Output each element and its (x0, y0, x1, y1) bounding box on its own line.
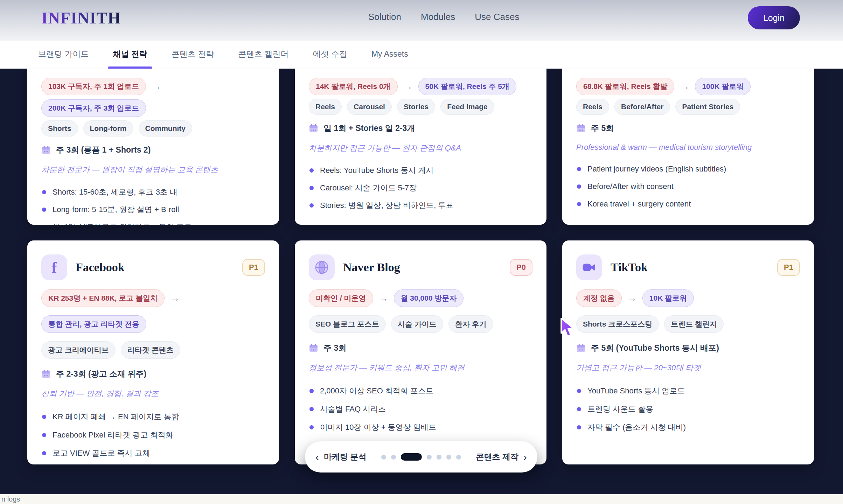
arrow-right-icon: → (403, 81, 413, 92)
tone-description: 차분하지만 접근 가능한 — 환자 관점의 Q&A (309, 143, 532, 153)
target-state-badge: 통합 관리, 광고 리타겟 전용 (41, 315, 146, 333)
format-chip: Carousel (347, 99, 392, 115)
current-state-badge: KR 253명 + EN 88K, 로고 불일치 (41, 289, 165, 307)
tab-my-assets[interactable]: My Assets (369, 39, 410, 69)
target-state-badge: 10K 팔로워 (642, 289, 694, 307)
strategy-bullet: Stories: 병원 일상, 상담 비하인드, 투표 (309, 200, 532, 211)
strategy-bullet: Long-form: 5-15분, 원장 설명 + B-roll (41, 204, 265, 215)
strategy-bullet: 로고 VIEW 골드로 즉시 교체 (41, 448, 265, 458)
prev-step-button[interactable]: ‹ 마케팅 분석 (315, 451, 366, 462)
strategy-bullet: 시술별 FAQ 시리즈 (309, 404, 532, 414)
arrow-right-icon: → (170, 293, 180, 304)
strategy-bullet: Shorts: 15-60초, 세로형, 후크 3초 내 (41, 187, 265, 197)
format-chip: Long-form (83, 120, 133, 136)
posting-schedule: 주 2-3회 (광고 소재 위주) (41, 369, 265, 379)
tab-asset-collection[interactable]: 에셋 수집 (311, 39, 349, 69)
target-state-badge: 200K 구독자, 주 3회 업로드 (41, 99, 146, 117)
cards-grid: 103K 구독자, 주 1회 업로드 → 200K 구독자, 주 3회 업로드 … (27, 69, 814, 464)
tab-channel-strategy[interactable]: 채널 전략 (111, 39, 149, 69)
strategy-bullet: 썸네일: VIEW 골드 워터마크 + 통일 폰트 (41, 222, 265, 225)
strategy-bullets: 2,000자 이상 SEO 최적화 포스트시술별 FAQ 시리즈이미지 10장 … (309, 386, 532, 433)
strategy-bullet: Patient journey videos (English subtitle… (576, 164, 800, 174)
strategy-bullet: Reels: YouTube Shorts 동시 게시 (309, 165, 532, 176)
schedule-text: 주 5회 (591, 123, 614, 134)
footer-text: n logs (1, 495, 20, 503)
card-title: Naver Blog (343, 261, 400, 274)
target-state-badge: 월 30,000 방문자 (394, 289, 464, 307)
channel-strategy-board: 103K 구독자, 주 1회 업로드 → 200K 구독자, 주 3회 업로드 … (0, 69, 843, 494)
step-pagination: ‹ 마케팅 분석 콘텐츠 제작 › (305, 441, 537, 472)
state-badges: 68.8K 팔로워, Reels 활발 → 100K 팔로워 (576, 78, 800, 95)
calendar-icon (41, 369, 51, 379)
format-chips: SEO 블로그 포스트시술 가이드환자 후기 (309, 315, 532, 333)
strategy-bullets: KR 페이지 폐쇄 → EN 페이지로 통합Facebook Pixel 리타겟… (41, 412, 265, 458)
format-chip: SEO 블로그 포스트 (309, 315, 386, 333)
posting-schedule: 주 3회 (309, 343, 532, 354)
chevron-left-icon: ‹ (315, 452, 319, 462)
format-chip: Before/After (614, 99, 670, 115)
nav-item-solution[interactable]: Solution (368, 12, 401, 22)
card-header: TikTok P1 (576, 254, 800, 280)
format-chips: 광고 크리에이티브리타겟 콘텐츠 (41, 341, 265, 359)
strategy-bullet: YouTube Shorts 동시 업로드 (576, 386, 800, 396)
schedule-text: 주 5회 (YouTube Shorts 동시 배포) (591, 343, 719, 354)
strategy-bullet: Before/After with consent (576, 181, 800, 192)
strategy-bullet: 자막 필수 (음소거 시청 대비) (576, 422, 800, 433)
format-chips: ReelsBefore/AfterPatient Stories (576, 99, 800, 115)
next-step-label: 콘텐츠 제작 (476, 451, 518, 462)
page-dot[interactable] (381, 455, 386, 460)
channel-card: Naver Blog P0 미확인 / 미운영 → 월 30,000 방문자 S… (295, 240, 546, 464)
tab-content-strategy[interactable]: 콘텐츠 전략 (169, 39, 216, 69)
posting-schedule: 주 3회 (롱폼 1 + Shorts 2) (41, 145, 265, 155)
posting-schedule: 주 5회 (YouTube Shorts 동시 배포) (576, 343, 800, 354)
tone-description: Professional & warm — medical tourism st… (576, 143, 800, 152)
strategy-bullet: 트렌딩 사운드 활용 (576, 404, 800, 414)
login-button[interactable]: Login (748, 6, 800, 29)
page-dot[interactable] (437, 455, 441, 460)
nav-item-modules[interactable]: Modules (421, 12, 455, 22)
state-badges: 계정 없음 → 10K 팔로워 (576, 289, 800, 307)
page-dot[interactable] (446, 455, 451, 460)
strategy-bullets: Patient journey videos (English subtitle… (576, 164, 800, 209)
tone-description: 가볍고 접근 가능한 — 20~30대 타겟 (576, 363, 800, 373)
format-chip: 환자 후기 (448, 315, 493, 333)
posting-schedule: 주 5회 (576, 123, 800, 134)
arrow-right-icon: → (152, 81, 161, 92)
schedule-text: 주 3회 (롱폼 1 + Shorts 2) (56, 145, 151, 155)
tone-description: 정보성 전문가 — 키워드 중심, 환자 고민 해결 (309, 363, 532, 373)
priority-badge: P1 (242, 259, 265, 276)
page-dot-active[interactable] (401, 453, 422, 461)
page-dot[interactable] (427, 455, 432, 460)
arrow-right-icon: → (627, 293, 637, 304)
channel-card: f Facebook P1 KR 253명 + EN 88K, 로고 불일치 →… (27, 240, 279, 464)
strategy-bullet: Korea travel + surgery content (576, 199, 800, 209)
schedule-text: 주 2-3회 (광고 소재 위주) (56, 369, 146, 379)
tab-branding-guide[interactable]: 브랜딩 가이드 (36, 39, 91, 69)
current-state-badge: 14K 팔로워, Reels 0개 (309, 78, 398, 95)
current-state-badge: 68.8K 팔로워, Reels 활발 (576, 78, 674, 95)
card-header: f Facebook P1 (41, 254, 265, 280)
schedule-text: 일 1회 + Stories 일 2-3개 (323, 123, 415, 134)
next-step-button[interactable]: 콘텐츠 제작 › (476, 451, 527, 462)
logo[interactable]: INFINITH (41, 8, 121, 27)
tiktok-icon (576, 254, 602, 280)
format-chip: Community (139, 120, 193, 136)
tone-description: 차분한 전문가 — 원장이 직접 설명하는 교육 콘텐츠 (41, 164, 265, 175)
page-dot[interactable] (391, 455, 396, 460)
tab-bar: 브랜딩 가이드 채널 전략 콘텐츠 전략 콘텐츠 캘린더 에셋 수집 My As… (0, 39, 843, 69)
nav-item-use-cases[interactable]: Use Cases (475, 12, 519, 22)
format-chip: Shorts (41, 120, 78, 136)
card-header: Naver Blog P0 (309, 254, 532, 280)
strategy-bullet: KR 페이지 폐쇄 → EN 페이지로 통합 (41, 412, 265, 422)
main-nav: Solution Modules Use Cases (368, 0, 519, 34)
state-badges: 103K 구독자, 주 1회 업로드 → 200K 구독자, 주 3회 업로드 (41, 78, 265, 117)
format-chip: Patient Stories (675, 99, 740, 115)
card-title: Facebook (76, 261, 125, 274)
page-dot[interactable] (456, 455, 461, 460)
priority-badge: P1 (777, 259, 800, 276)
tab-content-calendar[interactable]: 콘텐츠 캘린더 (236, 39, 291, 69)
current-state-badge: 계정 없음 (576, 289, 622, 307)
card-title: TikTok (611, 261, 648, 274)
strategy-bullets: YouTube Shorts 동시 업로드트렌딩 사운드 활용자막 필수 (음소… (576, 386, 800, 433)
calendar-icon (41, 145, 51, 155)
